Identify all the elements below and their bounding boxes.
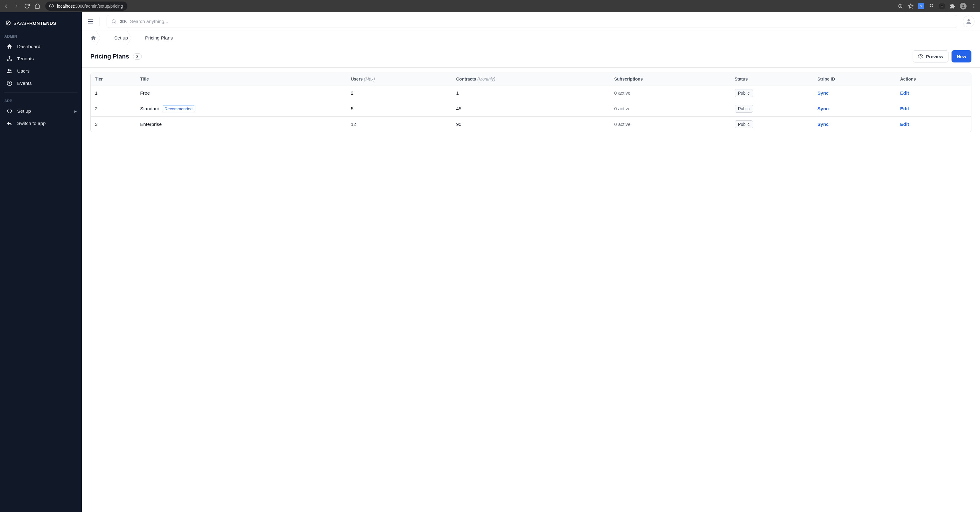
browser-back-icon[interactable]: [3, 3, 9, 9]
brand-logo[interactable]: SAASFRONTENDS: [0, 16, 82, 31]
browser-chrome: localhost:3000/admin/setup/pricing G: [0, 0, 980, 12]
sidebar: SAASFRONTENDS ADMIN Dashboard Tenants Us…: [0, 12, 82, 512]
cell-tier: 2: [91, 101, 136, 117]
new-plan-button[interactable]: New: [951, 50, 971, 62]
cell-actions: Edit: [896, 117, 971, 132]
reply-icon: [6, 120, 13, 126]
sidebar-item-label: Dashboard: [17, 44, 40, 49]
browser-reload-icon[interactable]: [24, 3, 30, 9]
browser-star-icon[interactable]: [908, 3, 914, 9]
svg-line-4: [901, 7, 902, 8]
cell-title: Enterprise: [136, 117, 346, 132]
extension-plus-icon[interactable]: [939, 3, 945, 9]
svg-line-16: [7, 22, 10, 24]
breadcrumb-setup[interactable]: Set up: [111, 35, 131, 41]
eye-icon: [918, 54, 923, 59]
plan-count-badge: 3: [133, 53, 142, 60]
sidebar-item-users[interactable]: Users: [0, 65, 82, 77]
svg-rect-17: [9, 56, 10, 57]
pricing-plans-table: Tier Title Users (Max) Contracts (Monthl…: [90, 73, 971, 132]
cell-subscriptions: 0 active: [610, 101, 730, 117]
sidebar-item-events[interactable]: Events: [0, 77, 82, 89]
browser-url-bar[interactable]: localhost:3000/admin/setup/pricing: [45, 2, 127, 11]
browser-home-icon[interactable]: [34, 3, 40, 9]
cell-users: 2: [346, 86, 452, 101]
sidebar-item-tenants[interactable]: Tenants: [0, 52, 82, 65]
sidebar-item-switch-to-app[interactable]: Switch to app: [0, 117, 82, 130]
th-actions: Actions: [896, 73, 971, 86]
preview-button[interactable]: Preview: [913, 50, 948, 62]
cell-contracts: 90: [452, 117, 610, 132]
cell-actions: Edit: [896, 101, 971, 117]
cell-status: Public: [730, 86, 813, 101]
th-users: Users (Max): [346, 73, 452, 86]
edit-link[interactable]: Edit: [900, 122, 909, 127]
breadcrumb-current: Pricing Plans: [142, 35, 176, 41]
cell-status: Public: [730, 101, 813, 117]
th-status: Status: [730, 73, 813, 86]
main-content: ⌘K Set up Pricing Plans Pricing Plans 3 …: [82, 12, 980, 512]
sitemap-icon: [6, 56, 13, 62]
browser-zoom-icon[interactable]: [897, 3, 904, 9]
sidebar-item-label: Set up: [17, 108, 31, 114]
cell-actions: Edit: [896, 86, 971, 101]
user-menu-button[interactable]: [963, 16, 975, 27]
cell-stripe: Sync: [813, 101, 896, 117]
th-tier: Tier: [91, 73, 136, 86]
preview-button-label: Preview: [926, 54, 943, 59]
site-info-icon[interactable]: [48, 3, 54, 9]
history-icon: [6, 80, 13, 86]
browser-profile-avatar[interactable]: [960, 3, 967, 10]
svg-rect-19: [10, 60, 12, 61]
cell-users: 12: [346, 117, 452, 132]
cell-subscriptions: 0 active: [610, 86, 730, 101]
table-row: 3 Enterprise 12 90 0 active Public Sync …: [91, 117, 971, 132]
search-shortcut: ⌘K: [120, 19, 127, 24]
status-badge: Public: [735, 89, 753, 97]
breadcrumb: Set up Pricing Plans: [82, 31, 980, 45]
extension-dropbox-icon[interactable]: [929, 3, 935, 9]
page-header: Pricing Plans 3 Preview New: [82, 45, 980, 68]
cell-contracts: 45: [452, 101, 610, 117]
svg-point-14: [974, 7, 975, 8]
browser-forward-icon[interactable]: [13, 3, 20, 9]
sidebar-item-label: Users: [17, 68, 29, 74]
th-subscriptions: Subscriptions: [610, 73, 730, 86]
breadcrumb-separator-icon: [100, 31, 111, 45]
extension-translate-icon[interactable]: G: [918, 3, 924, 9]
sidebar-item-setup[interactable]: Set up ▶: [0, 105, 82, 117]
sidebar-toggle-button[interactable]: [87, 17, 100, 26]
svg-text:G: G: [920, 5, 921, 8]
th-title: Title: [136, 73, 346, 86]
chevron-right-icon: ▶: [75, 110, 77, 113]
cell-stripe: Sync: [813, 86, 896, 101]
sidebar-divider: [4, 92, 78, 93]
cell-subscriptions: 0 active: [610, 117, 730, 132]
edit-link[interactable]: Edit: [900, 106, 909, 111]
sidebar-item-label: Switch to app: [17, 121, 46, 126]
svg-point-11: [963, 5, 964, 6]
svg-point-28: [920, 56, 921, 57]
new-button-label: New: [957, 54, 966, 59]
sync-link[interactable]: Sync: [818, 122, 829, 127]
sync-link[interactable]: Sync: [818, 106, 829, 111]
browser-menu-icon[interactable]: [971, 3, 977, 9]
page-title: Pricing Plans: [90, 53, 129, 60]
status-badge: Public: [735, 120, 753, 128]
global-search[interactable]: ⌘K: [107, 15, 957, 28]
edit-link[interactable]: Edit: [900, 90, 909, 95]
status-badge: Public: [735, 105, 753, 113]
sidebar-section-app: APP: [0, 96, 82, 105]
svg-marker-7: [908, 4, 913, 8]
search-icon: [111, 19, 117, 24]
search-input[interactable]: [130, 19, 953, 24]
users-icon: [6, 68, 13, 74]
sync-link[interactable]: Sync: [818, 90, 829, 95]
extensions-puzzle-icon[interactable]: [950, 3, 956, 9]
sidebar-item-dashboard[interactable]: Dashboard: [0, 40, 82, 52]
brand-mark-icon: [5, 20, 11, 26]
th-stripe: Stripe ID: [813, 73, 896, 86]
sidebar-item-label: Tenants: [17, 56, 34, 62]
svg-point-25: [112, 20, 115, 23]
home-icon: [6, 43, 13, 49]
